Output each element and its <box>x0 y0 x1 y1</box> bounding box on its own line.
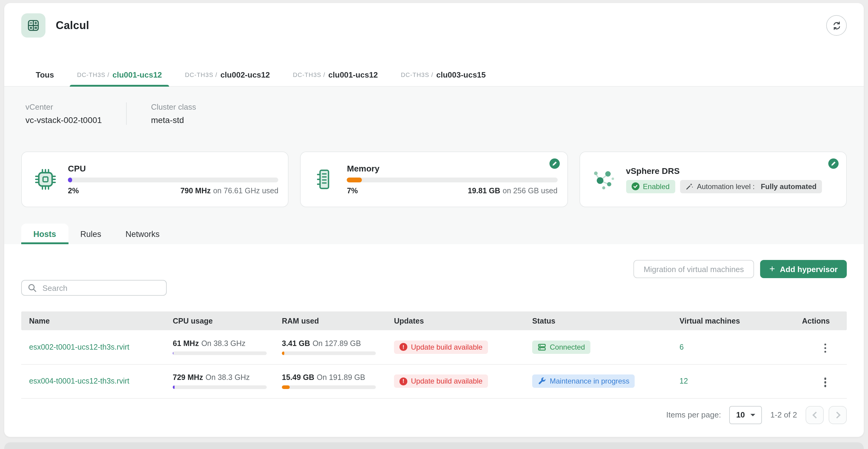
vm-count-link[interactable]: 6 <box>680 343 684 351</box>
column-header-cpu: CPU usage <box>167 312 276 330</box>
cpu-card-title: CPU <box>68 164 279 173</box>
status-badge-connected: Connected <box>532 341 590 354</box>
hosts-table: Name CPU usage RAM used Updates Status V… <box>21 312 847 398</box>
cpu-usage-fill <box>68 178 72 182</box>
updates-cell: ! Update build available <box>388 330 526 364</box>
status-badge-maintenance: Maintenance in progress <box>532 375 635 388</box>
cpu-card: CPU 2% 790 MHzon 76.61 GHz used <box>21 152 289 207</box>
memory-edit-button[interactable] <box>549 158 560 169</box>
cpu-usage-cell: 61 MHzOn 38.3 GHz <box>167 330 276 364</box>
page-size-select[interactable]: 10 <box>730 406 762 424</box>
cpu-icon <box>32 167 59 191</box>
memory-icon <box>311 167 339 191</box>
vm-count-link[interactable]: 12 <box>680 377 688 385</box>
status-cell: Maintenance in progress <box>526 364 674 398</box>
drs-edit-button[interactable] <box>828 158 839 169</box>
check-circle-icon <box>631 182 639 190</box>
row-actions-button[interactable] <box>820 341 830 355</box>
next-page-button[interactable] <box>829 406 847 424</box>
compute-panel: Calcul Tous <box>4 3 864 437</box>
cluster-info: vCenter vc-vstack-002-t0001 Cluster clas… <box>21 87 847 152</box>
actions-cell <box>794 330 847 364</box>
resource-cards: CPU 2% 790 MHzon 76.61 GHz used <box>21 152 847 207</box>
tab-clu002-ucs12[interactable]: DC-TH3S / clu002-ucs12 <box>175 64 279 86</box>
memory-card: Memory 7% 19.81 GBon 256 GB used <box>300 152 568 207</box>
memory-percent: 7% <box>347 187 358 195</box>
tab-hosts[interactable]: Hosts <box>21 224 68 244</box>
search-box[interactable] <box>21 280 167 296</box>
migrate-vms-button[interactable]: Migration of virtual machines <box>633 260 754 278</box>
vcenter-label: vCenter <box>26 102 102 111</box>
vcenter-value: vc-vstack-002-t0001 <box>26 115 102 125</box>
prev-page-button[interactable] <box>806 406 824 424</box>
page-range: 1-2 of 2 <box>770 410 797 419</box>
ram-used-cell: 15.49 GBOn 191.89 GB <box>276 364 388 398</box>
drs-card-title: vSphere DRS <box>626 166 836 175</box>
drs-card: vSphere DRS Enabled <box>579 152 847 207</box>
sync-icon <box>831 20 842 31</box>
hosts-section: Migration of virtual machines + Add hype… <box>4 260 864 424</box>
table-row: esx002-t0001-ucs12-th3s.rvirt 61 MHzOn 3… <box>21 330 847 364</box>
cpu-percent: 2% <box>68 187 79 195</box>
ram-used-bar <box>282 385 376 389</box>
tab-rules[interactable]: Rules <box>68 224 113 244</box>
cpu-usage-cell: 729 MHzOn 38.3 GHz <box>167 364 276 398</box>
chevron-right-icon <box>833 411 840 418</box>
cluster-class-label: Cluster class <box>151 102 196 111</box>
vertical-divider <box>126 102 127 125</box>
alert-icon: ! <box>399 343 407 351</box>
tab-networks[interactable]: Networks <box>113 224 172 244</box>
cpu-usage-text: 790 MHzon 76.61 GHz used <box>180 187 279 195</box>
name-cell: esx004-t0001-ucs12-th3s.rvirt <box>21 364 167 398</box>
name-cell: esx002-t0001-ucs12-th3s.rvirt <box>21 330 167 364</box>
page-header: Calcul <box>4 3 864 64</box>
status-cell: Connected <box>526 330 674 364</box>
tab-clu001-ucs12-b[interactable]: DC-TH3S / clu001-ucs12 <box>283 64 388 86</box>
plus-icon: + <box>770 264 775 274</box>
maintenance-wrench-icon <box>538 377 546 385</box>
vm-count-cell: 6 <box>674 330 794 364</box>
calculator-icon <box>21 13 45 38</box>
memory-card-title: Memory <box>347 164 558 173</box>
row-actions-button[interactable] <box>820 375 830 389</box>
viewport: Calcul Tous <box>0 0 868 449</box>
memory-usage-text: 19.81 GBon 256 GB used <box>468 187 558 195</box>
drs-enabled-badge: Enabled <box>626 180 675 193</box>
cpu-usage-bar <box>173 385 267 389</box>
wand-icon <box>685 182 693 190</box>
toolbar: Migration of virtual machines + Add hype… <box>21 260 847 278</box>
column-header-actions: Actions <box>794 312 847 330</box>
cpu-usage-bar <box>68 178 279 182</box>
cluster-class-value: meta-std <box>151 115 196 125</box>
search-input[interactable] <box>41 283 160 293</box>
page-title: Calcul <box>56 19 89 32</box>
column-header-name: Name <box>21 312 167 330</box>
alert-icon: ! <box>399 377 407 385</box>
ram-used-bar <box>282 351 376 355</box>
update-badge: ! Update build available <box>394 375 488 388</box>
refresh-button[interactable] <box>826 15 847 36</box>
add-hypervisor-button[interactable]: + Add hypervisor <box>761 260 847 278</box>
column-header-status: Status <box>526 312 674 330</box>
tab-clu001-ucs12[interactable]: DC-TH3S / clu001-ucs12 <box>67 64 172 86</box>
column-header-vms: Virtual machines <box>674 312 794 330</box>
host-name-link[interactable]: esx004-t0001-ucs12-th3s.rvirt <box>29 377 129 385</box>
caret-down-icon <box>750 414 755 416</box>
tab-clu003-ucs15[interactable]: DC-TH3S / clu003-ucs15 <box>391 64 496 86</box>
column-header-updates: Updates <box>388 312 526 330</box>
drs-cluster-icon <box>589 166 617 193</box>
column-header-ram: RAM used <box>276 312 388 330</box>
tab-tous[interactable]: Tous <box>26 64 64 86</box>
update-badge: ! Update build available <box>394 341 488 354</box>
pagination: Items per page: 10 1-2 of 2 <box>21 406 847 424</box>
updates-cell: ! Update build available <box>388 364 526 398</box>
table-row: esx004-t0001-ucs12-th3s.rvirt 729 MHzOn … <box>21 364 847 398</box>
cluster-tabs: Tous DC-TH3S / clu001-ucs12 DC-TH3S / cl… <box>4 64 864 87</box>
memory-usage-fill <box>347 178 362 182</box>
table-header-row: Name CPU usage RAM used Updates Status V… <box>21 312 847 330</box>
memory-usage-bar <box>347 178 558 182</box>
actions-cell <box>794 364 847 398</box>
host-name-link[interactable]: esx002-t0001-ucs12-th3s.rvirt <box>29 343 129 351</box>
cluster-overview-band: vCenter vc-vstack-002-t0001 Cluster clas… <box>4 87 864 244</box>
connected-icon <box>538 343 546 351</box>
